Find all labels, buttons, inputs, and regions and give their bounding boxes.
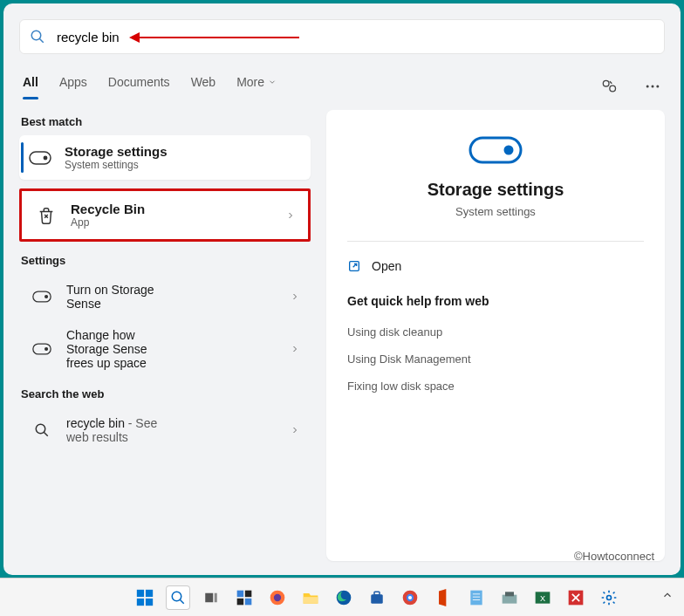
action-open[interactable]: Open bbox=[347, 254, 644, 278]
search-bar[interactable] bbox=[19, 19, 665, 54]
excel-icon[interactable]: X bbox=[530, 585, 555, 610]
tab-more[interactable]: More bbox=[236, 75, 277, 98]
annotation-arrow bbox=[138, 37, 299, 38]
setting-turn-on-storage-sense[interactable]: Turn on Storage Sense bbox=[19, 274, 311, 319]
chevron-down-icon bbox=[268, 78, 277, 86]
watermark: ©Howtoconnect bbox=[574, 550, 654, 563]
taskbar: X bbox=[0, 578, 684, 616]
chevron-right-icon bbox=[285, 210, 296, 221]
svg-rect-44 bbox=[505, 592, 514, 596]
storage-icon bbox=[30, 284, 54, 309]
svg-point-12 bbox=[45, 348, 48, 351]
svg-rect-29 bbox=[245, 598, 252, 605]
setting-title: Turn on Storage Sense bbox=[66, 283, 166, 311]
start-button[interactable] bbox=[133, 585, 157, 610]
quick-link[interactable]: Fixing low disk space bbox=[347, 373, 644, 400]
svg-rect-39 bbox=[470, 590, 482, 605]
svg-point-10 bbox=[45, 296, 48, 298]
svg-point-31 bbox=[274, 593, 281, 600]
svg-rect-21 bbox=[146, 598, 153, 605]
section-best-match: Best match bbox=[21, 115, 311, 128]
svg-point-3 bbox=[610, 86, 616, 92]
tab-more-label: More bbox=[236, 75, 264, 89]
svg-point-38 bbox=[408, 595, 412, 599]
svg-point-13 bbox=[36, 424, 45, 434]
tab-web[interactable]: Web bbox=[191, 75, 216, 98]
svg-text:X: X bbox=[540, 594, 545, 603]
result-sub: System settings bbox=[65, 159, 256, 171]
quick-help-title: Get quick help from web bbox=[347, 294, 644, 308]
divider bbox=[347, 241, 644, 242]
svg-point-8 bbox=[44, 156, 46, 159]
firefox-icon[interactable] bbox=[265, 585, 290, 610]
svg-rect-35 bbox=[374, 592, 380, 595]
svg-point-2 bbox=[603, 80, 609, 86]
setting-change-storage-sense[interactable]: Change how Storage Sense frees up space bbox=[19, 319, 311, 379]
chevron-right-icon bbox=[290, 425, 300, 435]
search-taskbar-button[interactable] bbox=[166, 585, 190, 610]
storage-hero-icon bbox=[469, 136, 523, 164]
widgets-button[interactable] bbox=[232, 585, 256, 610]
svg-point-48 bbox=[607, 595, 612, 599]
svg-line-14 bbox=[44, 432, 48, 436]
chevron-right-icon bbox=[290, 291, 300, 302]
result-sub: App bbox=[71, 216, 166, 229]
svg-rect-34 bbox=[371, 594, 383, 604]
storage-icon bbox=[30, 337, 54, 361]
tab-all[interactable]: All bbox=[23, 75, 38, 98]
filter-tabs: All Apps Documents Web More bbox=[19, 75, 665, 98]
settings-icon[interactable] bbox=[597, 585, 621, 610]
svg-line-1 bbox=[39, 38, 44, 43]
svg-rect-20 bbox=[137, 598, 144, 605]
result-recycle-bin[interactable]: Recycle Bin App bbox=[19, 188, 311, 242]
svg-point-0 bbox=[31, 31, 41, 40]
quick-link[interactable]: Using disk cleanup bbox=[347, 318, 644, 346]
action-open-label: Open bbox=[372, 259, 401, 273]
tab-apps[interactable]: Apps bbox=[59, 75, 87, 98]
detail-panel: Storage settings System settings Open Ge… bbox=[326, 110, 665, 561]
detail-sub: System settings bbox=[455, 205, 536, 218]
setting-title: Change how Storage Sense frees up space bbox=[66, 328, 166, 370]
section-search-web: Search the web bbox=[21, 387, 311, 400]
results-columns: Best match Storage settings System setti… bbox=[19, 110, 665, 561]
store-icon[interactable] bbox=[365, 585, 389, 610]
edge-icon[interactable] bbox=[332, 585, 356, 610]
detail-hero: Storage settings System settings bbox=[347, 136, 644, 218]
svg-rect-27 bbox=[245, 590, 252, 597]
web-title: recycle bin bbox=[66, 416, 125, 430]
svg-point-22 bbox=[172, 592, 181, 601]
app-icon-red[interactable] bbox=[564, 585, 588, 610]
account-icon[interactable] bbox=[600, 78, 618, 95]
result-title: Storage settings bbox=[65, 144, 256, 159]
svg-rect-24 bbox=[205, 592, 213, 602]
web-result[interactable]: recycle bin - See web results bbox=[19, 407, 311, 453]
svg-rect-32 bbox=[304, 597, 318, 604]
file-explorer-icon[interactable] bbox=[298, 585, 323, 610]
result-title: Recycle Bin bbox=[71, 202, 166, 216]
app-icon-1[interactable] bbox=[497, 585, 522, 610]
office-icon[interactable] bbox=[431, 585, 455, 610]
tab-documents[interactable]: Documents bbox=[108, 75, 170, 98]
storage-icon bbox=[28, 146, 52, 170]
more-options-icon[interactable] bbox=[644, 78, 661, 95]
task-view-button[interactable] bbox=[199, 585, 223, 610]
detail-title: Storage settings bbox=[428, 180, 564, 200]
chrome-icon[interactable] bbox=[398, 585, 422, 610]
svg-rect-25 bbox=[215, 592, 217, 602]
svg-point-6 bbox=[656, 86, 659, 88]
svg-rect-28 bbox=[237, 598, 244, 605]
svg-rect-26 bbox=[237, 590, 244, 597]
svg-line-23 bbox=[180, 599, 184, 604]
quick-link[interactable]: Using Disk Management bbox=[347, 346, 644, 373]
svg-point-4 bbox=[646, 86, 649, 88]
notepad-icon[interactable] bbox=[464, 585, 489, 610]
chevron-right-icon bbox=[290, 344, 300, 354]
tray-chevron-up-icon[interactable] bbox=[661, 589, 674, 601]
svg-rect-18 bbox=[137, 589, 144, 596]
result-storage-settings[interactable]: Storage settings System settings bbox=[19, 135, 311, 180]
search-icon bbox=[29, 28, 46, 45]
search-window: All Apps Documents Web More Best match bbox=[3, 3, 681, 575]
svg-rect-19 bbox=[146, 589, 153, 596]
recycle-bin-icon bbox=[34, 203, 58, 228]
open-icon bbox=[347, 259, 361, 273]
